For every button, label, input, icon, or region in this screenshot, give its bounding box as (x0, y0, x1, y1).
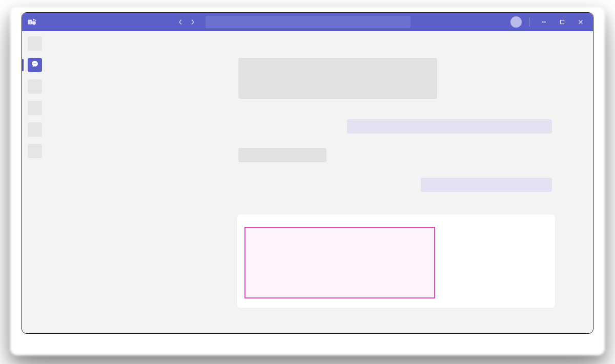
compose-card (237, 215, 555, 308)
svg-point-2 (33, 19, 34, 20)
rail-item-activity[interactable] (28, 36, 42, 51)
close-button[interactable] (573, 15, 588, 29)
svg-rect-5 (561, 20, 564, 24)
rail-item-teams[interactable] (28, 79, 42, 94)
back-button[interactable] (175, 16, 186, 28)
app-rail (22, 31, 48, 333)
message-bubble-outgoing (421, 178, 552, 192)
titlebar-divider (529, 17, 529, 27)
svg-point-9 (34, 63, 35, 63)
app-window: T (22, 12, 593, 334)
adaptive-card-highlight[interactable] (244, 227, 435, 298)
maximize-button[interactable] (555, 15, 569, 29)
avatar[interactable] (510, 16, 522, 28)
nav-arrows (175, 16, 198, 28)
svg-point-3 (35, 19, 36, 20)
rail-item-calls[interactable] (28, 122, 42, 137)
search-input[interactable] (206, 16, 411, 28)
rail-item-chat[interactable] (28, 58, 42, 72)
chat-icon (31, 60, 39, 70)
forward-button[interactable] (187, 16, 198, 28)
message-bubble-outgoing (347, 119, 552, 134)
titlebar: T (22, 13, 593, 31)
svg-point-8 (33, 63, 34, 63)
svg-point-10 (35, 63, 36, 63)
minimize-button[interactable] (537, 15, 551, 29)
svg-text:T: T (29, 20, 31, 24)
message-bubble-incoming (238, 58, 437, 99)
rail-item-files[interactable] (28, 144, 42, 158)
rail-item-calendar[interactable] (28, 101, 42, 115)
teams-logo-icon: T (27, 17, 37, 27)
message-bubble-incoming (238, 148, 326, 162)
chat-content (48, 31, 593, 333)
